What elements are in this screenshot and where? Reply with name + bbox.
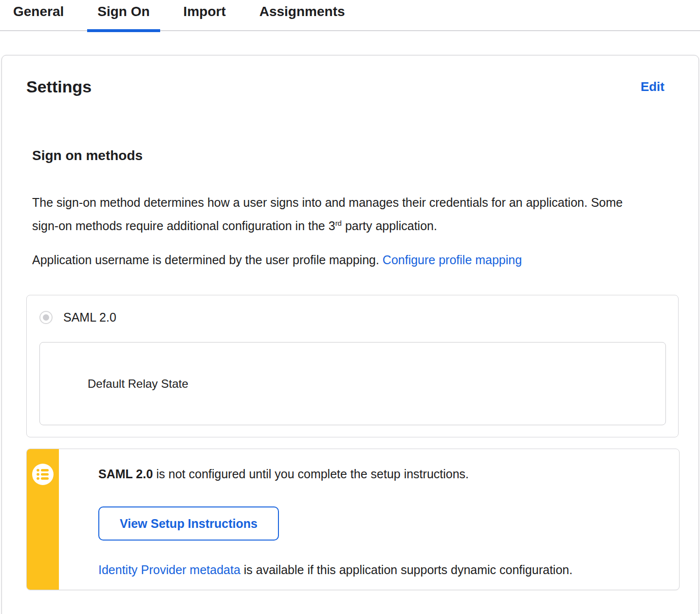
callout-message-bold: SAML 2.0 <box>98 467 153 481</box>
username-description: Application username is determined by th… <box>32 248 645 271</box>
edit-link[interactable]: Edit <box>641 79 664 94</box>
tab-sign-on[interactable]: Sign On <box>87 0 160 31</box>
callout-message-text: is not configured until you complete the… <box>153 467 469 481</box>
sign-on-description-tail: party application. <box>342 219 437 233</box>
callout-body: SAML 2.0 is not configured until you com… <box>59 449 679 590</box>
saml-radio-row: SAML 2.0 <box>39 310 678 325</box>
configure-profile-mapping-link[interactable]: Configure profile mapping <box>383 253 522 267</box>
default-relay-state-box: Default Relay State <box>39 342 666 425</box>
default-relay-state-label: Default Relay State <box>88 377 188 391</box>
tab-bar: General Sign On Import Assignments <box>0 0 700 31</box>
sign-on-description-text: The sign-on method determines how a user… <box>32 196 623 233</box>
settings-card-header: Settings Edit <box>26 77 664 96</box>
tab-assignments[interactable]: Assignments <box>249 0 355 31</box>
callout-footer: Identity Provider metadata is available … <box>98 562 669 578</box>
settings-card: Settings Edit Sign on methods The sign-o… <box>1 55 699 614</box>
callout-message: SAML 2.0 is not configured until you com… <box>98 466 669 482</box>
ordinal-superscript: rd <box>335 219 342 227</box>
identity-provider-metadata-link[interactable]: Identity Provider metadata <box>98 563 240 577</box>
setup-instructions-callout: SAML 2.0 is not configured until you com… <box>26 449 680 590</box>
sign-on-methods-heading: Sign on methods <box>32 147 699 164</box>
callout-footer-text: is available if this application support… <box>240 563 572 577</box>
tab-general[interactable]: General <box>3 0 74 31</box>
settings-title: Settings <box>26 77 92 96</box>
view-setup-instructions-button[interactable]: View Setup Instructions <box>98 506 279 541</box>
saml-radio-label: SAML 2.0 <box>63 310 116 325</box>
saml-method-box: SAML 2.0 Default Relay State <box>26 295 679 437</box>
callout-warning-stripe <box>27 449 59 590</box>
tab-import[interactable]: Import <box>173 0 236 31</box>
username-description-text: Application username is determined by th… <box>32 253 383 267</box>
sign-on-description: The sign-on method determines how a user… <box>32 191 645 237</box>
list-icon <box>32 464 54 485</box>
saml-radio-button[interactable] <box>39 311 53 324</box>
